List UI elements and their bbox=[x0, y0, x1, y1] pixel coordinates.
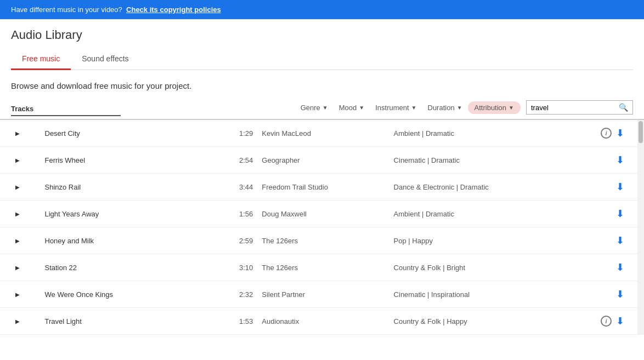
track-duration: 3:10 bbox=[239, 264, 253, 272]
track-name-cell: Ferris Wheel bbox=[41, 147, 196, 174]
genre-mood-cell: Ambient | Dramatic bbox=[389, 120, 575, 147]
play-cell: ▶ bbox=[0, 227, 41, 254]
search-input[interactable] bbox=[531, 104, 619, 112]
table-row: ▶ Light Years Away 1:56 Doug Maxwell Amb… bbox=[0, 201, 637, 227]
play-button[interactable]: ▶ bbox=[11, 180, 24, 193]
content-area: ▶ Desert City 1:29 Kevin MacLeod Ambient… bbox=[0, 120, 644, 335]
track-name: We Were Once Kings bbox=[45, 290, 114, 299]
track-name-cell: Desert City bbox=[41, 120, 196, 147]
download-button[interactable]: ⬇ bbox=[616, 181, 624, 193]
play-button[interactable]: ▶ bbox=[11, 127, 24, 140]
duration-arrow-icon: ▼ bbox=[457, 105, 462, 111]
track-artist: Freedom Trail Studio bbox=[262, 183, 328, 191]
artist-cell: Freedom Trail Studio bbox=[257, 174, 389, 201]
download-button[interactable]: ⬇ bbox=[616, 127, 624, 139]
header: Audio Library Free music Sound effects bbox=[0, 19, 644, 70]
track-duration: 2:54 bbox=[239, 156, 253, 164]
tab-free-music[interactable]: Free music bbox=[11, 49, 71, 70]
duration-cell: 3:10 bbox=[195, 254, 257, 281]
track-actions: ⬇ bbox=[580, 208, 635, 220]
track-genre-mood: Pop | Happy bbox=[394, 237, 433, 245]
track-name: Travel Light bbox=[45, 317, 82, 325]
table-row: ▶ Travel Light 1:53 Audionautix Country … bbox=[0, 308, 637, 335]
genre-mood-cell: Cinematic | Inspirational bbox=[389, 281, 575, 308]
track-artist: Kevin MacLeod bbox=[262, 129, 311, 138]
instrument-arrow-icon: ▼ bbox=[411, 105, 417, 111]
track-genre-mood: Cinematic | Inspirational bbox=[394, 290, 470, 299]
play-button[interactable]: ▶ bbox=[11, 234, 24, 247]
track-actions: ⬇ bbox=[580, 261, 635, 273]
track-artist: Geographer bbox=[262, 156, 300, 164]
duration-cell: 1:29 bbox=[195, 120, 257, 147]
genre-filter[interactable]: Genre ▼ bbox=[295, 101, 334, 114]
play-cell: ▶ bbox=[0, 120, 41, 147]
action-cell: ⬇ bbox=[575, 281, 637, 308]
table-row: ▶ Shinzo Rail 3:44 Freedom Trail Studio … bbox=[0, 174, 637, 201]
duration-filter[interactable]: Duration ▼ bbox=[422, 101, 468, 114]
copyright-link[interactable]: Check its copyright policies bbox=[126, 5, 221, 14]
table-row: ▶ Ferris Wheel 2:54 Geographer Cinematic… bbox=[0, 147, 637, 174]
track-genre-mood: Country & Folk | Bright bbox=[394, 264, 466, 272]
track-name-cell: We Were Once Kings bbox=[41, 281, 196, 308]
download-button[interactable]: ⬇ bbox=[616, 261, 624, 273]
play-button[interactable]: ▶ bbox=[11, 261, 24, 274]
track-table-container: ▶ Desert City 1:29 Kevin MacLeod Ambient… bbox=[0, 120, 637, 335]
scrollbar[interactable] bbox=[637, 120, 644, 335]
track-name-cell: Travel Light bbox=[41, 308, 196, 335]
search-icon[interactable]: 🔍 bbox=[619, 103, 628, 112]
play-button[interactable]: ▶ bbox=[11, 288, 24, 301]
track-name-cell: Light Years Away bbox=[41, 201, 196, 227]
artist-cell: The 126ers bbox=[257, 227, 389, 254]
track-name: Light Years Away bbox=[45, 210, 99, 218]
track-artist: Doug Maxwell bbox=[262, 210, 307, 218]
genre-mood-cell: Country & Folk | Happy bbox=[389, 308, 575, 335]
genre-label: Genre bbox=[301, 104, 320, 112]
play-cell: ▶ bbox=[0, 308, 41, 335]
tab-sound-effects[interactable]: Sound effects bbox=[71, 49, 139, 70]
table-row: ▶ Desert City 1:29 Kevin MacLeod Ambient… bbox=[0, 120, 637, 147]
download-button[interactable]: ⬇ bbox=[616, 208, 624, 220]
browse-description: Browse and download free music for your … bbox=[0, 70, 644, 96]
info-button[interactable]: i bbox=[601, 128, 612, 139]
action-cell: i ⬇ bbox=[575, 120, 637, 147]
mood-filter[interactable]: Mood ▼ bbox=[334, 101, 370, 114]
play-button[interactable]: ▶ bbox=[11, 315, 24, 328]
track-actions: ⬇ bbox=[580, 154, 635, 166]
attribution-filter[interactable]: Attribution ▼ bbox=[468, 101, 521, 114]
track-artist: The 126ers bbox=[262, 264, 298, 272]
play-button[interactable]: ▶ bbox=[11, 207, 24, 220]
download-button[interactable]: ⬇ bbox=[616, 315, 624, 327]
track-actions: i ⬇ bbox=[580, 315, 635, 327]
action-cell: ⬇ bbox=[575, 147, 637, 174]
play-cell: ▶ bbox=[0, 281, 41, 308]
action-cell: ⬇ bbox=[575, 201, 637, 227]
info-button[interactable]: i bbox=[601, 316, 612, 327]
instrument-filter[interactable]: Instrument ▼ bbox=[370, 101, 422, 114]
track-actions: ⬇ bbox=[580, 235, 635, 247]
duration-cell: 3:44 bbox=[195, 174, 257, 201]
top-banner: Have different music in your video? Chec… bbox=[0, 0, 644, 19]
play-button[interactable]: ▶ bbox=[11, 153, 24, 167]
scrollbar-thumb[interactable] bbox=[639, 121, 643, 143]
track-name: Desert City bbox=[45, 129, 80, 138]
table-row: ▶ Station 22 3:10 The 126ers Country & F… bbox=[0, 254, 637, 281]
download-button[interactable]: ⬇ bbox=[616, 288, 624, 300]
search-box: 🔍 bbox=[526, 100, 633, 115]
duration-cell: 1:53 bbox=[195, 308, 257, 335]
artist-cell: Geographer bbox=[257, 147, 389, 174]
track-duration: 2:59 bbox=[239, 237, 253, 245]
download-button[interactable]: ⬇ bbox=[616, 235, 624, 247]
duration-cell: 2:54 bbox=[195, 147, 257, 174]
track-artist: The 126ers bbox=[262, 237, 298, 245]
mood-label: Mood bbox=[339, 104, 357, 112]
track-duration: 1:56 bbox=[239, 210, 253, 218]
action-cell: i ⬇ bbox=[575, 308, 637, 335]
duration-cell: 2:59 bbox=[195, 227, 257, 254]
tabs-container: Free music Sound effects bbox=[11, 49, 633, 70]
genre-mood-cell: Ambient | Dramatic bbox=[389, 201, 575, 227]
artist-cell: Silent Partner bbox=[257, 281, 389, 308]
track-duration: 1:53 bbox=[239, 317, 253, 325]
duration-label: Duration bbox=[428, 104, 455, 112]
download-button[interactable]: ⬇ bbox=[616, 154, 624, 166]
track-actions: i ⬇ bbox=[580, 127, 635, 139]
